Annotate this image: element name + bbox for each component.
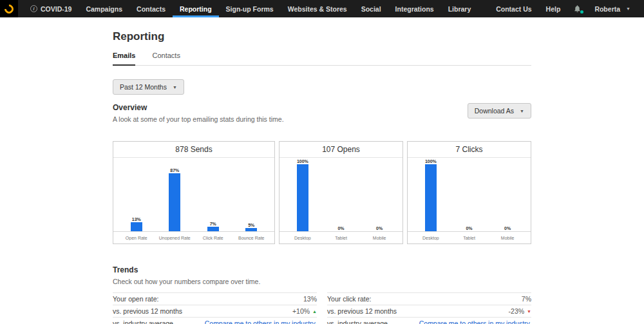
- notification-badge-dot: [580, 10, 583, 14]
- bar-value-label: 5%: [248, 223, 254, 227]
- nav-item-label: Campaigns: [86, 5, 122, 13]
- bar-unopened-rate: 87%: [156, 158, 194, 231]
- tab-contacts[interactable]: Contacts: [152, 52, 180, 65]
- trend-row: Your click rate: 7%: [327, 293, 531, 305]
- trends-subtitle: Check out how your numbers compare over …: [113, 278, 531, 285]
- category-label: Tablet: [322, 236, 361, 240]
- bar-value-label: 100%: [425, 159, 437, 164]
- help-link[interactable]: Help: [539, 0, 568, 17]
- nav-item-library[interactable]: Library: [441, 0, 478, 17]
- top-nav: i COVID-19 Campaigns Contacts Reporting …: [0, 0, 644, 17]
- chart-title: 878 Sends: [113, 142, 274, 158]
- trend-row: vs. industry average Compare me to other…: [113, 318, 317, 324]
- chart-title: 107 Opens: [279, 142, 402, 158]
- chart-card-clicks: 7 Clicks 100%0%0% DesktopTabletMobile: [407, 141, 531, 244]
- trend-label: vs. industry average: [327, 319, 388, 324]
- trend-value: 13%: [303, 295, 317, 303]
- category-label: Bounce Rate: [232, 236, 271, 240]
- trends-section: Trends Check out how your numbers compar…: [113, 265, 531, 324]
- trend-label: Your open rate:: [113, 295, 158, 303]
- trend-value: -23% ▼: [509, 307, 531, 315]
- trend-delta: +10%: [292, 307, 310, 315]
- chart-labels: DesktopTabletMobile: [408, 232, 531, 243]
- chart-labels: Open RateUnopened RateClick RateBounce R…: [113, 232, 274, 243]
- category-label: Desktop: [283, 236, 322, 240]
- trend-row: Your open rate: 13%: [113, 293, 317, 305]
- bar: [245, 228, 257, 231]
- trend-up-icon: ▲: [312, 309, 317, 314]
- info-circle-icon: i: [30, 5, 37, 12]
- chart-plot: 13%87%7%5%: [113, 158, 274, 232]
- bar-desktop: 100%: [412, 158, 450, 231]
- trend-label: vs. previous 12 months: [113, 307, 182, 315]
- contact-us-link[interactable]: Contact Us: [489, 0, 538, 17]
- nav-left: i COVID-19 Campaigns Contacts Reporting …: [23, 0, 478, 17]
- bar-mobile: 0%: [488, 158, 527, 231]
- nav-item-sign-up-forms[interactable]: Sign-up Forms: [219, 0, 281, 17]
- category-label: Desktop: [412, 236, 450, 240]
- nav-item-campaigns[interactable]: Campaigns: [79, 0, 129, 17]
- trend-value: 7%: [522, 295, 531, 303]
- bar-tablet: 0%: [450, 158, 489, 231]
- page-title: Reporting: [113, 30, 531, 43]
- trend-row: vs. previous 12 months -23% ▼: [327, 305, 531, 318]
- nav-item-label: Help: [546, 5, 561, 13]
- date-range-value: Past 12 Months: [120, 83, 167, 91]
- notifications-button[interactable]: [567, 0, 587, 17]
- nav-right: Contact Us Help Roberta ▼: [489, 0, 638, 17]
- bar: [131, 222, 142, 231]
- nav-item-integrations[interactable]: Integrations: [388, 0, 441, 17]
- bar-value-label: 0%: [504, 226, 511, 231]
- bar-value-label: 13%: [132, 217, 141, 222]
- trends-click-rate-column: Your click rate: 7% vs. previous 12 mont…: [327, 292, 531, 324]
- bar-mobile: 0%: [360, 158, 399, 231]
- chart-title: 7 Clicks: [408, 142, 531, 158]
- bar: [169, 173, 180, 231]
- download-as-dropdown[interactable]: Download As ▼: [468, 103, 531, 119]
- trends-open-rate-column: Your open rate: 13% vs. previous 12 mont…: [113, 292, 317, 324]
- bar-value-label: 100%: [297, 159, 308, 164]
- nav-item-websites-stores[interactable]: Websites & Stores: [281, 0, 354, 17]
- main-content: Reporting Emails Contacts Past 12 Months…: [113, 30, 531, 324]
- category-label: Tablet: [450, 236, 489, 240]
- overview-heading: Overview: [113, 103, 284, 112]
- chart-plot: 100%0%0%: [279, 158, 402, 232]
- chart-card-opens: 107 Opens 100%0%0% DesktopTabletMobile: [279, 141, 403, 244]
- nav-item-label: Sign-up Forms: [226, 5, 274, 13]
- category-label: Mobile: [360, 236, 399, 240]
- constant-contact-logo[interactable]: [0, 0, 18, 17]
- report-tabs: Emails Contacts: [113, 52, 531, 66]
- nav-item-reporting[interactable]: Reporting: [173, 0, 219, 17]
- chevron-down-icon: ▼: [626, 6, 630, 11]
- chart-card-sends: 878 Sends 13%87%7%5% Open RateUnopened R…: [113, 141, 275, 244]
- trend-row: vs. industry average Compare me to other…: [327, 318, 531, 324]
- nav-item-contacts[interactable]: Contacts: [129, 0, 173, 17]
- bar-value-label: 87%: [170, 168, 179, 173]
- nav-item-covid-19[interactable]: i COVID-19: [23, 0, 79, 17]
- chevron-down-icon: ▼: [520, 109, 524, 113]
- industry-compare-link[interactable]: Compare me to others in my industry.: [419, 319, 531, 324]
- bar: [297, 164, 308, 231]
- trend-label: vs. previous 12 months: [327, 307, 397, 315]
- industry-compare-link[interactable]: Compare me to others in my industry.: [205, 319, 317, 324]
- bar-value-label: 0%: [337, 226, 344, 231]
- bar: [207, 227, 219, 231]
- user-name: Roberta: [594, 5, 620, 13]
- download-as-label: Download As: [475, 107, 514, 115]
- logo-swirl-icon: [3, 3, 15, 15]
- user-menu[interactable]: Roberta ▼: [587, 0, 638, 17]
- charts-row: 878 Sends 13%87%7%5% Open RateUnopened R…: [113, 141, 531, 244]
- nav-item-label: COVID-19: [41, 5, 71, 13]
- tab-emails[interactable]: Emails: [113, 52, 135, 66]
- bar-tablet: 0%: [322, 158, 361, 231]
- nav-item-label: Contacts: [137, 5, 166, 13]
- trend-down-icon: ▼: [527, 309, 531, 314]
- bar: [425, 164, 437, 231]
- category-label: Click Rate: [194, 236, 232, 240]
- nav-item-label: Reporting: [180, 5, 212, 13]
- category-label: Mobile: [488, 236, 527, 240]
- overview-text: Overview A look at some of your top emai…: [113, 103, 284, 123]
- nav-item-social[interactable]: Social: [354, 0, 388, 17]
- date-range-dropdown[interactable]: Past 12 Months ▼: [113, 79, 184, 95]
- trend-delta: -23%: [509, 307, 525, 315]
